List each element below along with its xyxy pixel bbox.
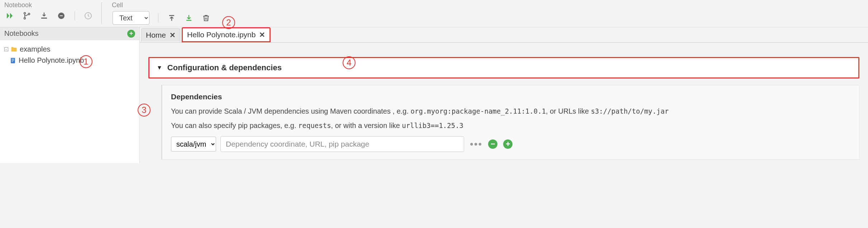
tree-item-label: Hello Polynote.ipynb bbox=[19, 56, 84, 65]
annotation-4: 4 bbox=[343, 56, 356, 69]
dependency-input-row: scala/jvm ••• − + bbox=[171, 136, 850, 152]
branch-icon[interactable] bbox=[22, 11, 32, 20]
annotation-1: 1 bbox=[80, 55, 92, 68]
svg-rect-10 bbox=[12, 59, 14, 60]
move-down-icon[interactable] bbox=[184, 13, 194, 23]
annotation-2: 2 bbox=[222, 16, 235, 29]
stop-icon[interactable] bbox=[57, 11, 66, 20]
tab-home[interactable]: Home ✕ bbox=[141, 28, 180, 42]
dependency-type-select[interactable]: scala/jvm bbox=[171, 137, 216, 152]
download-icon[interactable] bbox=[39, 11, 49, 20]
move-up-icon[interactable] bbox=[167, 13, 176, 23]
collapse-toggle-icon[interactable]: ‐ bbox=[4, 47, 8, 51]
notebook-icon bbox=[9, 57, 16, 64]
add-dependency-button[interactable]: + bbox=[503, 139, 512, 149]
config-header-label: Configuration & dependencies bbox=[167, 63, 282, 72]
svg-point-2 bbox=[28, 13, 30, 15]
tab-label: Home bbox=[146, 31, 166, 39]
sidebar: Notebooks + ‐ examples Hello Polynote.ip… bbox=[0, 27, 140, 163]
tree-folder-examples[interactable]: ‐ examples bbox=[3, 44, 137, 55]
tab-bar: Home ✕ Hello Polynote.ipynb ✕ bbox=[140, 27, 868, 43]
svg-point-1 bbox=[24, 18, 25, 19]
group-label-notebook: Notebook bbox=[4, 1, 93, 9]
svg-rect-12 bbox=[12, 61, 13, 62]
trash-icon[interactable] bbox=[201, 13, 211, 23]
toolbar-separator bbox=[158, 13, 158, 23]
example-pip-pkg: requests bbox=[298, 122, 331, 129]
config-header[interactable]: ▼ Configuration & dependencies bbox=[148, 57, 859, 79]
close-icon[interactable]: ✕ bbox=[170, 31, 176, 39]
example-maven-coord: org.myorg:package-name_2.11:1.0.1 bbox=[411, 107, 546, 115]
annotation-3: 3 bbox=[138, 104, 151, 117]
close-icon[interactable]: ✕ bbox=[259, 30, 265, 39]
svg-rect-11 bbox=[12, 60, 14, 61]
toolbar-separator bbox=[75, 11, 75, 20]
toolbar-group-divider bbox=[101, 2, 102, 24]
dependency-input[interactable] bbox=[220, 136, 464, 152]
example-url: s3://path/to/my.jar bbox=[591, 107, 669, 115]
tab-hello-polynote[interactable]: Hello Polynote.ipynb ✕ bbox=[182, 27, 271, 42]
notebook-body: 2 ▼ Configuration & dependencies 4 3 Dep… bbox=[140, 43, 868, 163]
group-label-cell: Cell bbox=[112, 1, 211, 9]
svg-point-0 bbox=[24, 13, 25, 14]
svg-rect-8 bbox=[186, 20, 191, 21]
more-options-icon[interactable]: ••• bbox=[468, 138, 484, 150]
example-pip-version: urllib3==1.25.3 bbox=[402, 122, 463, 129]
tab-label: Hello Polynote.ipynb bbox=[187, 30, 256, 39]
deps-help-line1: You can provide Scala / JVM dependencies… bbox=[171, 106, 850, 116]
remove-dependency-button[interactable]: − bbox=[488, 139, 497, 149]
svg-rect-7 bbox=[169, 15, 174, 16]
folder-icon bbox=[10, 46, 18, 53]
top-toolbar: Notebook bbox=[0, 0, 868, 27]
svg-rect-3 bbox=[41, 18, 47, 19]
disclosure-down-icon: ▼ bbox=[157, 65, 162, 71]
deps-help-line2: You can also specify pip packages, e.g. … bbox=[171, 120, 850, 130]
dependencies-panel: Dependencies You can provide Scala / JVM… bbox=[161, 85, 859, 160]
sidebar-title: Notebooks bbox=[4, 29, 39, 38]
cell-type-select[interactable]: Text bbox=[113, 11, 149, 25]
content-area: Home ✕ Hello Polynote.ipynb ✕ 2 ▼ Config… bbox=[140, 27, 868, 163]
toolbar-group-cell: Cell Text bbox=[110, 1, 211, 25]
tree-item-label: examples bbox=[20, 45, 51, 53]
sidebar-header: Notebooks + bbox=[0, 27, 139, 40]
notebook-tree: ‐ examples Hello Polynote.ipynb 1 bbox=[0, 40, 139, 70]
deps-title: Dependencies bbox=[171, 92, 850, 101]
clock-icon[interactable] bbox=[84, 11, 93, 20]
run-all-icon[interactable] bbox=[5, 11, 14, 20]
svg-rect-5 bbox=[60, 15, 63, 16]
tree-notebook-hello[interactable]: Hello Polynote.ipynb bbox=[3, 55, 137, 66]
toolbar-group-notebook: Notebook bbox=[3, 1, 93, 25]
add-notebook-button[interactable]: + bbox=[127, 30, 135, 38]
